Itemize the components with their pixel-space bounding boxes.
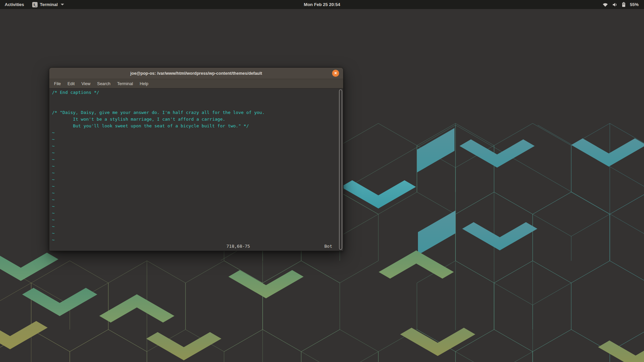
menu-item-edit[interactable]: Edit bbox=[64, 80, 78, 87]
vim-tilde-line: ~ bbox=[52, 183, 338, 190]
vim-tilde-line: ~ bbox=[52, 156, 338, 163]
vim-tilde-line: ~ bbox=[52, 129, 338, 136]
vim-tilde-line: ~ bbox=[52, 176, 338, 183]
terminal-line bbox=[52, 103, 338, 109]
menu-item-view[interactable]: View bbox=[78, 80, 94, 87]
vim-tilde-line: ~ bbox=[52, 136, 338, 143]
wallpaper-chevron bbox=[228, 270, 304, 298]
wallpaper-chevron bbox=[22, 288, 97, 316]
menu-bar: FileEditViewSearchTerminalHelp bbox=[49, 79, 343, 88]
menu-item-file[interactable]: File bbox=[51, 80, 64, 87]
volume-icon bbox=[612, 2, 618, 7]
top-bar: Activities $_ Terminal Mon Feb 25 20:54 … bbox=[0, 0, 644, 9]
app-menu-label: Terminal bbox=[40, 2, 58, 7]
vim-tilde-line: ~ bbox=[52, 210, 338, 217]
wallpaper-chevron bbox=[571, 138, 644, 167]
clock-area: Mon Feb 25 20:54 bbox=[0, 2, 644, 7]
terminal-text: /* End captions */ /* "Daisy, Daisy, giv… bbox=[52, 89, 338, 243]
wallpaper-chevron bbox=[418, 210, 455, 255]
vim-ruler: 718,68-75 bbox=[226, 243, 250, 250]
vim-scroll-position: Bot bbox=[324, 243, 332, 250]
wifi-icon bbox=[602, 2, 608, 7]
clock-button[interactable]: Mon Feb 25 20:54 bbox=[304, 2, 340, 7]
close-button[interactable]: ✕ bbox=[332, 70, 339, 77]
wallpaper-chevron bbox=[379, 250, 454, 279]
vim-tilde-line: ~ bbox=[52, 190, 338, 196]
vim-tilde-line: ~ bbox=[52, 196, 338, 203]
vim-tilde-line: ~ bbox=[52, 143, 338, 149]
battery-percentage: 55% bbox=[630, 2, 639, 7]
wallpaper-chevron bbox=[598, 341, 644, 362]
terminal-app-icon: $_ bbox=[32, 2, 38, 7]
vim-tilde-line: ~ bbox=[52, 217, 338, 223]
wallpaper-chevron bbox=[341, 180, 416, 208]
vim-tilde-line: ~ bbox=[52, 163, 338, 170]
menu-item-help[interactable]: Help bbox=[136, 80, 152, 87]
terminal-line: /* "Daisy, Daisy, give me your answer do… bbox=[52, 109, 338, 116]
window-titlebar[interactable]: joe@pop-os: /var/www/html/wordpress/wp-c… bbox=[49, 68, 343, 79]
vim-statusline: 718,68-75 Bot bbox=[49, 243, 343, 250]
scrollbar-thumb[interactable] bbox=[339, 89, 342, 250]
menu-item-search[interactable]: Search bbox=[94, 80, 114, 87]
scrollbar[interactable] bbox=[339, 89, 342, 250]
menu-item-terminal[interactable]: Terminal bbox=[114, 80, 136, 87]
vim-tilde-line: ~ bbox=[52, 237, 338, 243]
terminal-line bbox=[52, 96, 338, 103]
wallpaper-chevron bbox=[146, 332, 221, 360]
wallpaper-chevron bbox=[0, 253, 58, 281]
desktop: Activities $_ Terminal Mon Feb 25 20:54 … bbox=[0, 0, 644, 362]
vim-tilde-line: ~ bbox=[52, 203, 338, 210]
terminal-line: It won't be a stylish marriage, I can't … bbox=[52, 116, 338, 123]
wallpaper-chevron bbox=[99, 294, 174, 322]
vim-tilde-line: ~ bbox=[52, 223, 338, 230]
vim-tilde-line: ~ bbox=[52, 170, 338, 176]
chevron-down-icon bbox=[61, 4, 64, 5]
wallpaper-chevron bbox=[0, 321, 48, 349]
window-title: joe@pop-os: /var/www/html/wordpress/wp-c… bbox=[130, 71, 262, 76]
app-menu-button[interactable]: $_ Terminal bbox=[30, 0, 66, 9]
system-tray[interactable]: 55% bbox=[602, 0, 644, 9]
vim-tilde-line: ~ bbox=[52, 149, 338, 156]
activities-button[interactable]: Activities bbox=[0, 0, 29, 9]
vim-tilde-line: ~ bbox=[52, 230, 338, 237]
battery-icon bbox=[622, 2, 626, 7]
terminal-line: /* End captions */ bbox=[52, 89, 338, 96]
terminal-content[interactable]: /* End captions */ /* "Daisy, Daisy, giv… bbox=[49, 88, 343, 251]
terminal-window: joe@pop-os: /var/www/html/wordpress/wp-c… bbox=[49, 67, 343, 251]
wallpaper-chevron bbox=[462, 222, 537, 250]
wallpaper-chevron bbox=[400, 328, 475, 356]
terminal-line: But you'll look sweet upon the seat of a… bbox=[52, 123, 338, 129]
